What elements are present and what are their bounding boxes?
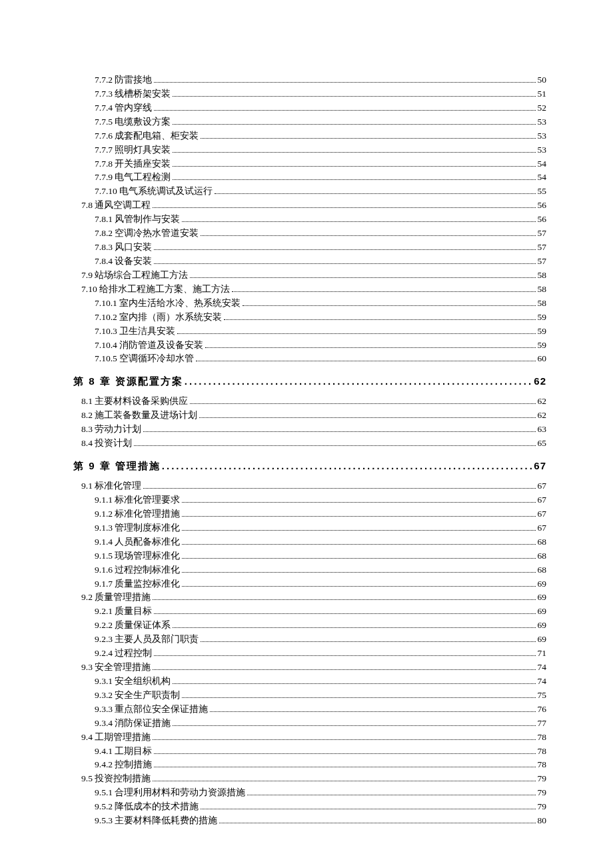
toc-leader — [215, 193, 535, 194]
toc-leader — [154, 249, 535, 250]
toc-entry: 7.10.3 卫生洁具安装 59 — [73, 325, 546, 339]
toc-entry: 7.8.3 风口安装 57 — [73, 241, 546, 255]
toc-entry-title: 7.7.4 管内穿线 — [95, 101, 152, 115]
toc-leader — [182, 558, 535, 559]
toc-entry-page: 51 — [538, 87, 547, 101]
toc-entry-title: 9.4 工期管理措施 — [81, 731, 151, 745]
toc-leader — [153, 669, 535, 670]
toc-leader — [153, 781, 535, 781]
toc-entry: 8.2 施工装备数量及进场计划 62 — [73, 409, 546, 423]
toc-entry: 9.3.1 安全组织机构 74 — [73, 675, 546, 689]
toc-entry-title: 7.10.5 空调循环冷却水管 — [95, 352, 194, 366]
toc-entry-page: 75 — [538, 689, 547, 703]
toc-leader — [154, 82, 535, 83]
toc-entry-title: 8.3 劳动力计划 — [81, 423, 141, 437]
toc-entry-title: 9.1.2 标准化管理措施 — [95, 507, 180, 521]
toc-entry-page: 67 — [538, 507, 547, 521]
toc-leader — [182, 516, 535, 517]
toc-entry: 7.10.1 室内生活给水冷、热系统安装 58 — [73, 297, 546, 311]
toc-entry-title: 7.8 通风空调工程 — [81, 199, 151, 213]
toc-leader — [177, 333, 535, 334]
toc-entry-title: 9.3.2 安全生产职责制 — [95, 689, 180, 703]
toc-entry-page: 57 — [538, 255, 547, 269]
toc-entry-title: 7.10.3 卫生洁具安装 — [95, 325, 175, 339]
toc-entry-page: 79 — [538, 772, 547, 786]
toc-entry-page: 69 — [538, 605, 547, 619]
toc-entry-page: 62 — [538, 409, 547, 423]
toc-entry-page: 67 — [534, 460, 546, 471]
toc-entry-page: 78 — [538, 731, 547, 745]
toc-leader — [201, 809, 535, 809]
toc-entry-page: 62 — [538, 395, 547, 409]
toc-entry-title: 9.5.3 主要材料降低耗费的措施 — [95, 814, 217, 828]
toc-entry: 8.4 投资计划 65 — [73, 437, 546, 451]
toc-entry-page: 78 — [538, 758, 547, 772]
toc-entry: 9.1.2 标准化管理措施 67 — [73, 507, 546, 521]
toc-entry: 9.5.2 降低成本的技术措施 79 — [73, 800, 546, 814]
toc-entry-title: 9.1.3 管理制度标准化 — [95, 521, 180, 535]
toc-entry-title: 7.7.5 电缆敷设方案 — [95, 115, 171, 129]
toc-leader — [173, 96, 535, 97]
toc-entry: 9.2 质量管理措施 69 — [73, 591, 546, 605]
toc-entry-title: 9.4.1 工期目标 — [95, 745, 152, 759]
toc-entry: 7.7.6 成套配电箱、柜安装 53 — [73, 129, 546, 143]
toc-leader — [201, 641, 535, 642]
toc-entry-page: 67 — [538, 493, 547, 507]
toc-entry-title: 9.3.3 重点部位安全保证措施 — [95, 703, 208, 717]
toc-leader — [196, 361, 535, 361]
toc-entry-title: 7.8.3 风口安装 — [95, 241, 152, 255]
toc-entry-page: 59 — [538, 325, 547, 339]
toc-entry-page: 55 — [538, 185, 547, 199]
toc-entry-page: 69 — [538, 591, 547, 605]
toc-leader — [205, 347, 535, 348]
toc-entry-page: 53 — [538, 143, 547, 157]
toc-entry-page: 68 — [538, 549, 547, 563]
toc-entry: 7.7.5 电缆敷设方案 53 — [73, 115, 546, 129]
toc-entry: 9.5.1 合理利用材料和劳动力资源措施 79 — [73, 786, 546, 800]
toc-entry-title: 9.2.3 主要人员及部门职责 — [95, 633, 199, 647]
toc-leader — [173, 179, 535, 180]
toc-leader — [154, 655, 535, 656]
toc-entry: 9.1 标准化管理 67 — [73, 479, 546, 493]
toc-entry-page: 54 — [538, 157, 547, 171]
toc-entry: 9.2.3 主要人员及部门职责 69 — [73, 633, 546, 647]
toc-entry-title: 9.1.1 标准化管理要求 — [95, 493, 180, 507]
toc-leader — [201, 138, 535, 139]
toc-entry: 9.4 工期管理措施 78 — [73, 731, 546, 745]
toc-leader — [134, 445, 535, 446]
toc-page: 7.7.2 防雷接地 507.7.3 线槽桥架安装 517.7.4 管内穿线 5… — [0, 0, 613, 868]
toc-entry: 7.7.9 电气工程检测 54 — [73, 171, 546, 185]
toc-entry-title: 7.7.7 照明灯具安装 — [95, 143, 171, 157]
toc-leader — [182, 544, 535, 545]
toc-entry-title: 9.2.4 过程控制 — [95, 647, 152, 661]
toc-leader — [201, 235, 535, 236]
toc-entry: 7.8.4 设备安装 57 — [73, 255, 546, 269]
toc-entry-title: 9.3.1 安全组织机构 — [95, 675, 171, 689]
toc-entry-title: 7.7.3 线槽桥架安装 — [95, 87, 171, 101]
toc-entry: 8.1 主要材料设备采购供应 62 — [73, 395, 546, 409]
toc-entry-title: 9.2.1 质量目标 — [95, 605, 152, 619]
toc-entry-page: 58 — [538, 297, 547, 311]
toc-entry-title: 7.8.2 空调冷热水管道安装 — [95, 227, 199, 241]
toc-entry-title: 7.7.9 电气工程检测 — [95, 171, 171, 185]
toc-entry: 9.2.4 过程控制 71 — [73, 647, 546, 661]
toc-leader — [210, 711, 535, 712]
toc-entry: 7.10.2 室内排（雨）水系统安装 59 — [73, 311, 546, 325]
toc-entry: 7.9 站场综合工程施工方法 58 — [73, 269, 546, 283]
toc-entry: 9.1.3 管理制度标准化 67 — [73, 521, 546, 535]
toc-leader — [182, 697, 535, 698]
toc-leader — [153, 207, 535, 208]
toc-entry-page: 68 — [538, 535, 547, 549]
toc-entry-title: 7.8.1 风管制作与安装 — [95, 213, 180, 227]
toc-leader — [154, 110, 535, 111]
toc-entry-title: 9.3.4 消防保证措施 — [95, 717, 171, 731]
toc-entry: 9.5.3 主要材料降低耗费的措施 80 — [73, 814, 546, 828]
toc-entry: 7.8 通风空调工程 56 — [73, 199, 546, 213]
toc-leader — [182, 502, 535, 503]
toc-entry-page: 79 — [538, 800, 547, 814]
toc-leader — [182, 221, 535, 222]
toc-entry-page: 50 — [538, 73, 547, 87]
toc-entry-page: 67 — [538, 521, 547, 535]
toc-entry: 7.7.3 线槽桥架安装 51 — [73, 87, 546, 101]
toc-entry: 7.10 给排水工程施工方案、施工方法 58 — [73, 283, 546, 297]
